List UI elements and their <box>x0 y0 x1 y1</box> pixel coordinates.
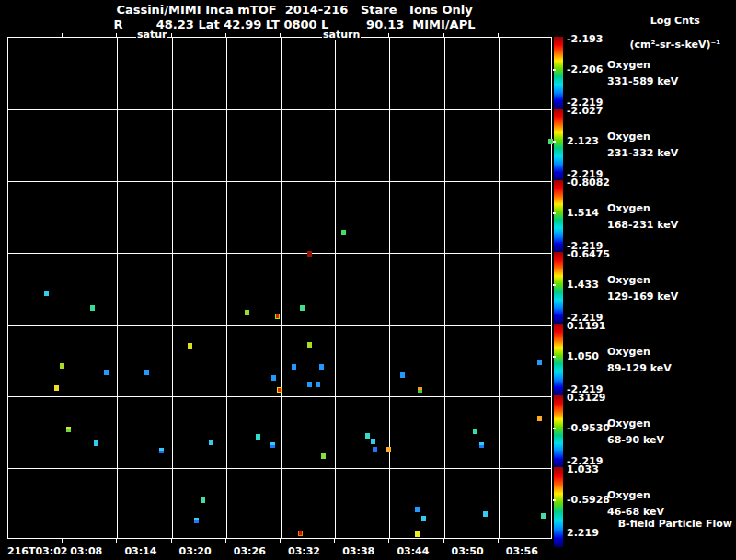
data-point <box>94 440 98 446</box>
colorbar-max-label: -2.027 <box>567 105 603 117</box>
data-point <box>307 382 312 387</box>
data-point <box>90 305 95 311</box>
time-tick-label: 216T03:02 <box>7 545 67 557</box>
panel-species-label: Oxygen <box>607 202 650 214</box>
time-tick-label: 03:20 <box>179 545 212 557</box>
gridline-horizontal <box>8 181 551 182</box>
data-point <box>300 305 305 311</box>
time-axis: 216T03:0203:0803:1403:2003:2603:3203:380… <box>7 545 587 558</box>
screen: { "header": { "title": "Cassini/MIMI Inc… <box>0 0 736 560</box>
colorbar <box>554 395 563 467</box>
data-point <box>271 375 276 381</box>
panel-species-label: Oxygen <box>607 489 650 501</box>
panel-energy-range-label: 68-90 keV <box>607 434 664 446</box>
data-point <box>60 363 64 369</box>
axis-tick-bottom <box>498 539 499 543</box>
axis-tick-top <box>171 33 172 37</box>
data-point <box>159 448 164 453</box>
bfield-particle-flow-label: B-field Particle Flow <box>589 518 732 530</box>
data-point <box>292 364 296 370</box>
gridline-horizontal <box>8 109 551 110</box>
gridline-horizontal <box>8 396 551 397</box>
data-point <box>341 230 346 235</box>
colorbar <box>554 37 563 109</box>
gridline-vertical <box>63 38 63 538</box>
colorbar-mid-tick <box>553 428 556 429</box>
data-point <box>483 511 488 517</box>
data-point <box>415 531 420 537</box>
panel-species-label: Oxygen <box>607 274 650 286</box>
axis-tick-top <box>498 33 499 37</box>
data-point <box>365 433 370 439</box>
colorbar-max-label: -2.193 <box>567 33 603 45</box>
axis-tick-top <box>116 33 117 37</box>
panel-species-label: Oxygen <box>607 131 650 143</box>
saturn-annotation-1: satur <box>136 29 167 40</box>
colorbar-max-label: 0.1191 <box>567 320 605 332</box>
panel-energy-range-label: 168-231 keV <box>607 219 678 231</box>
data-point <box>245 310 249 315</box>
data-point <box>400 372 405 378</box>
data-point <box>54 385 59 391</box>
data-point <box>307 251 312 257</box>
time-tick-label: 03:14 <box>124 545 156 557</box>
data-point <box>144 370 149 375</box>
gridline-vertical <box>444 38 445 538</box>
axis-tick-bottom <box>171 539 172 543</box>
axis-tick-top <box>280 33 281 37</box>
plot-subtitle: R 48.23 Lat 42.99 LT 0800 L 90.13 MIMI/A… <box>0 17 589 31</box>
data-point <box>188 343 192 349</box>
colorbar-max-label: -0.6475 <box>567 248 610 260</box>
colorbar-mid-label: 2.123 <box>567 135 599 147</box>
data-point <box>537 416 542 421</box>
time-tick-label: 03:38 <box>342 545 374 557</box>
colorbar <box>554 252 563 324</box>
units-line1: Log Cnts <box>650 15 700 27</box>
axis-tick-bottom <box>443 539 444 543</box>
data-point <box>421 516 426 521</box>
data-point <box>104 370 109 375</box>
data-point <box>418 387 422 393</box>
colorbar <box>554 324 563 395</box>
panel-species-label: Oxygen <box>607 417 650 429</box>
time-tick-label: 03:50 <box>452 545 484 557</box>
colorbar-mid-label: -0.5928 <box>567 494 610 506</box>
data-point <box>270 442 275 448</box>
data-point <box>537 360 542 365</box>
colorbar-max-label: 1.033 <box>567 463 599 475</box>
colorbar-mid-tick <box>553 141 556 143</box>
time-tick-label: 03:44 <box>397 545 429 557</box>
time-tick-label: 03:08 <box>70 545 102 557</box>
gridline-vertical <box>226 38 227 538</box>
axis-tick-top <box>225 33 226 37</box>
units-line2: (cm²-sr-s-keV)⁻¹ <box>629 39 720 51</box>
colorbar-mid-label: -0.9530 <box>567 422 610 434</box>
colorbar-max-label: 0.3129 <box>567 392 605 404</box>
axis-tick-top <box>443 33 444 37</box>
data-point <box>277 387 282 393</box>
panel-species-label: Oxygen <box>607 346 650 358</box>
data-point <box>473 429 477 434</box>
data-point <box>386 447 391 452</box>
axis-tick-bottom <box>225 539 226 543</box>
panel-energy-range-label: 331-589 keV <box>607 75 678 87</box>
gridline-vertical <box>499 38 500 538</box>
data-point <box>415 507 420 512</box>
time-tick-label: 03:56 <box>506 545 538 557</box>
data-point <box>298 531 303 536</box>
colorbar <box>554 467 563 547</box>
data-point <box>44 291 49 296</box>
axis-tick-bottom <box>280 539 281 543</box>
data-point <box>66 427 71 432</box>
colorbar-max-label: -0.8082 <box>567 177 610 189</box>
gridline-horizontal <box>8 253 551 254</box>
colorbar-mid-tick <box>553 499 556 501</box>
colorbar-mid-tick <box>553 212 556 214</box>
data-point <box>321 453 326 459</box>
colorbar-mid-label: 1.433 <box>567 279 599 291</box>
colorbar <box>554 180 563 252</box>
colorbar-mid-tick <box>553 69 556 71</box>
axis-tick-bottom <box>388 539 389 543</box>
plot-area <box>7 37 552 539</box>
data-point <box>209 440 213 445</box>
